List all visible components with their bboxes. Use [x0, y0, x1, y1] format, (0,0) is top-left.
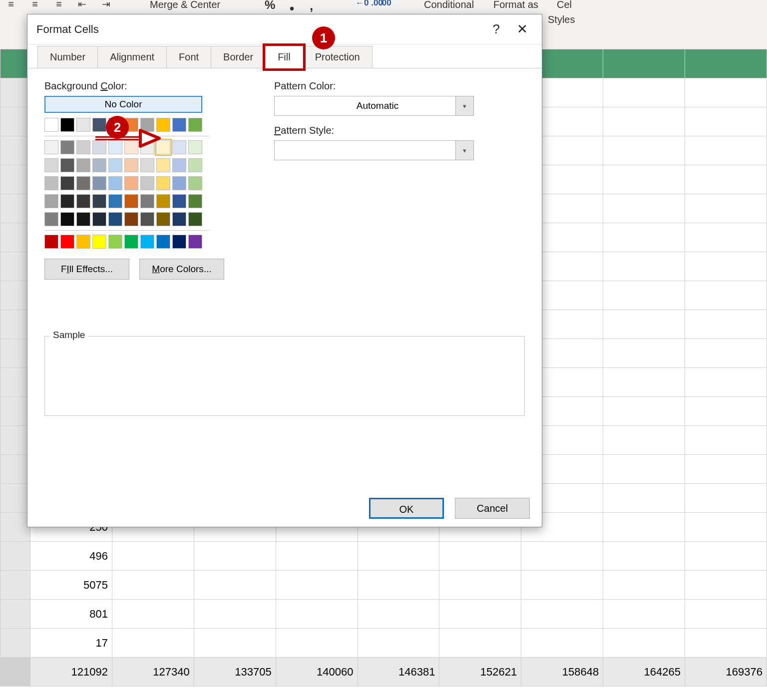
tab-number[interactable]: Number: [37, 46, 98, 68]
color-swatch[interactable]: [76, 176, 90, 190]
format-as-table-button[interactable]: Format as: [493, 0, 538, 10]
color-swatch[interactable]: [92, 194, 106, 208]
color-swatch[interactable]: [156, 140, 170, 154]
color-swatch[interactable]: [172, 140, 186, 154]
color-swatch[interactable]: [124, 158, 138, 172]
color-swatch[interactable]: [172, 235, 186, 249]
help-icon[interactable]: ?: [493, 21, 500, 37]
cancel-button[interactable]: Cancel: [455, 498, 530, 519]
color-swatch[interactable]: [44, 212, 58, 226]
tab-alignment[interactable]: Alignment: [97, 46, 167, 68]
tab-fill[interactable]: Fill: [265, 46, 303, 68]
color-swatch[interactable]: [172, 158, 186, 172]
color-swatch[interactable]: [188, 235, 202, 249]
color-swatch[interactable]: [140, 140, 154, 154]
color-swatch[interactable]: [92, 158, 106, 172]
color-swatch[interactable]: [60, 158, 74, 172]
color-swatch[interactable]: [92, 140, 106, 154]
conditional-formatting-button[interactable]: Conditional: [424, 0, 474, 10]
indent-decrease-icon[interactable]: ⇤: [76, 0, 88, 10]
color-swatch[interactable]: [172, 212, 186, 226]
color-swatch[interactable]: [76, 235, 90, 249]
color-swatch[interactable]: [60, 235, 74, 249]
color-swatch[interactable]: [60, 194, 74, 208]
color-swatch[interactable]: [92, 118, 106, 132]
color-swatch[interactable]: [188, 158, 202, 172]
color-swatch[interactable]: [156, 235, 170, 249]
color-swatch[interactable]: [44, 140, 58, 154]
comma-style-button[interactable]: ,: [310, 0, 313, 13]
color-swatch[interactable]: [172, 194, 186, 208]
color-swatch[interactable]: [188, 194, 202, 208]
color-swatch[interactable]: [188, 140, 202, 154]
decrease-decimal-button[interactable]: .00: [380, 0, 391, 8]
percent-style-button[interactable]: %: [265, 0, 275, 12]
color-swatch[interactable]: [124, 235, 138, 249]
color-swatch[interactable]: [60, 140, 74, 154]
color-swatch[interactable]: [140, 212, 154, 226]
color-swatch[interactable]: [156, 158, 170, 172]
color-swatch[interactable]: [156, 194, 170, 208]
color-swatch[interactable]: [172, 176, 186, 190]
tab-border[interactable]: Border: [211, 46, 266, 68]
color-swatch[interactable]: [60, 176, 74, 190]
color-swatch[interactable]: [156, 212, 170, 226]
color-swatch[interactable]: [44, 176, 58, 190]
color-swatch[interactable]: [44, 118, 58, 132]
color-swatch[interactable]: [140, 176, 154, 190]
color-swatch[interactable]: [140, 158, 154, 172]
color-swatch[interactable]: [172, 118, 186, 132]
color-swatch[interactable]: [124, 212, 138, 226]
color-swatch[interactable]: [156, 176, 170, 190]
tab-protection[interactable]: Protection: [303, 46, 373, 68]
color-swatch[interactable]: [124, 140, 138, 154]
color-swatch[interactable]: [92, 212, 106, 226]
align-left-icon[interactable]: ≡: [5, 0, 17, 10]
color-swatch[interactable]: [44, 235, 58, 249]
align-center-icon[interactable]: ≡: [29, 0, 41, 10]
color-swatch[interactable]: [76, 212, 90, 226]
color-swatch[interactable]: [156, 118, 170, 132]
color-swatch[interactable]: [124, 118, 138, 132]
color-swatch[interactable]: [108, 118, 122, 132]
color-swatch[interactable]: [140, 118, 154, 132]
color-swatch[interactable]: [92, 235, 106, 249]
color-swatch[interactable]: [76, 140, 90, 154]
chevron-down-icon[interactable]: ▾: [455, 141, 473, 160]
color-swatch[interactable]: [124, 194, 138, 208]
color-swatch[interactable]: [188, 212, 202, 226]
color-swatch[interactable]: [108, 235, 122, 249]
merge-center-button[interactable]: Merge & Center: [150, 0, 220, 10]
color-swatch[interactable]: [76, 158, 90, 172]
pattern-color-combo[interactable]: Automatic ▾: [274, 96, 474, 116]
color-swatch[interactable]: [108, 140, 122, 154]
color-swatch[interactable]: [108, 176, 122, 190]
tab-font[interactable]: Font: [166, 46, 211, 68]
ok-button[interactable]: OK: [369, 498, 444, 519]
color-swatch[interactable]: [140, 194, 154, 208]
color-swatch[interactable]: [108, 194, 122, 208]
color-swatch[interactable]: [60, 118, 74, 132]
indent-increase-icon[interactable]: ⇥: [100, 0, 112, 10]
color-swatch[interactable]: [60, 212, 74, 226]
close-icon[interactable]: ✕: [517, 21, 528, 37]
cell-styles-button[interactable]: Cel: [557, 0, 572, 10]
no-color-button[interactable]: No Color: [44, 96, 202, 113]
align-right-icon[interactable]: ≡: [53, 0, 65, 10]
color-swatch[interactable]: [44, 194, 58, 208]
chevron-down-icon[interactable]: ▾: [455, 96, 473, 115]
color-swatch[interactable]: [188, 118, 202, 132]
color-swatch[interactable]: [76, 194, 90, 208]
color-swatch[interactable]: [76, 118, 90, 132]
color-swatch[interactable]: [44, 158, 58, 172]
increase-decimal-button[interactable]: ←0 .00: [356, 0, 383, 8]
more-colors-button[interactable]: More Colors...: [139, 259, 224, 280]
fill-effects-button[interactable]: FIll Effects...: [44, 259, 129, 280]
color-swatch[interactable]: [140, 235, 154, 249]
color-swatch[interactable]: [124, 176, 138, 190]
color-swatch[interactable]: [92, 176, 106, 190]
color-swatch[interactable]: [188, 176, 202, 190]
pattern-style-combo[interactable]: ▾: [274, 140, 474, 160]
color-swatch[interactable]: [108, 158, 122, 172]
color-swatch[interactable]: [108, 212, 122, 226]
